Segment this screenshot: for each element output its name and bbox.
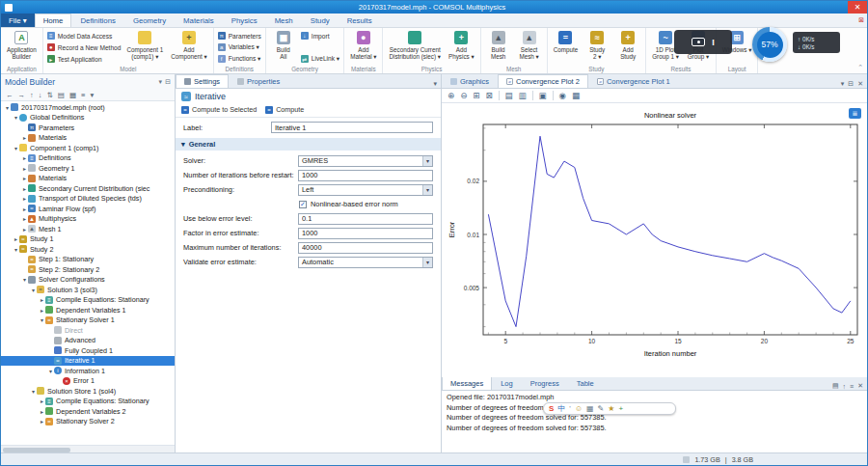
- input-number-of-iterations-before-restart[interactable]: [298, 170, 433, 181]
- collapse-icon[interactable]: ▾: [13, 114, 19, 121]
- tree-item-study-2[interactable]: ▾≈Study 2: [1, 244, 175, 255]
- graphics-tool-icon[interactable]: ⊠: [485, 91, 492, 100]
- input-use-below-error-level[interactable]: [298, 213, 433, 225]
- messages-tool-icon[interactable]: ≡: [850, 383, 854, 390]
- tree-toolbar-icon[interactable]: ▤: [58, 91, 65, 99]
- ime-icon[interactable]: S: [549, 403, 554, 414]
- input-factor-in-error-estimate[interactable]: [298, 228, 433, 239]
- panel-control-icon[interactable]: ✕: [857, 80, 863, 88]
- screen-recorder-overlay[interactable]: I: [674, 30, 732, 54]
- collapse-icon[interactable]: ▾: [30, 388, 37, 395]
- tree-item-20170317model-mph-root[interactable]: ▾20170317model.mph (root): [1, 102, 175, 113]
- ime-icon[interactable]: ★: [608, 403, 614, 414]
- graphics-tool-icon[interactable]: ▤: [505, 91, 513, 100]
- tab-graphics[interactable]: Graphics: [442, 74, 498, 88]
- ribbon-item-secondary-current-distribution-siec[interactable]: Secondary Current Distribution (siec) ▾: [387, 30, 443, 61]
- expand-icon[interactable]: ▸: [21, 134, 28, 141]
- tree-item-mesh-1[interactable]: ▸▲Mesh 1: [1, 224, 175, 234]
- compute-button[interactable]: = Compute: [265, 105, 304, 114]
- tree-item-component-1-comp1[interactable]: ▾Component 1 (comp1): [1, 143, 175, 153]
- ribbon-tab-geometry[interactable]: Geometry: [124, 14, 175, 27]
- ribbon-tab-results[interactable]: Results: [339, 14, 381, 27]
- tree-toolbar-icon[interactable]: ↓: [39, 91, 42, 99]
- tree-item-transport-of-diluted-species-tds[interactable]: ▸Transport of Diluted Species (tds): [1, 194, 175, 205]
- tab-messages[interactable]: Messages: [442, 376, 492, 390]
- tree-item-direct[interactable]: Direct: [1, 325, 175, 336]
- collapse-ribbon-icon[interactable]: ⌃: [857, 64, 863, 71]
- expand-icon[interactable]: ▸: [21, 215, 28, 222]
- collapse-icon[interactable]: ▾: [13, 145, 19, 151]
- ribbon-tab-study[interactable]: Study: [302, 14, 339, 27]
- expand-icon[interactable]: ▸: [13, 235, 19, 242]
- graphics-tool-icon[interactable]: ⊕: [448, 91, 454, 100]
- scrollbar-thumb[interactable]: [3, 448, 70, 452]
- messages-tool-icon[interactable]: ✕: [857, 382, 863, 390]
- collapse-icon[interactable]: ▾: [47, 368, 54, 374]
- collapse-icon[interactable]: ▾: [21, 276, 28, 283]
- tree-item-study-1[interactable]: ▸≈Study 1: [1, 234, 175, 245]
- compute-to-selected-button[interactable]: = Compute to Selected: [181, 105, 257, 114]
- tree-item-solution-3-sol3[interactable]: ▾=Solution 3 (sol3): [1, 285, 175, 295]
- tab-progress[interactable]: Progress: [522, 376, 568, 390]
- messages-tool-icon[interactable]: ↑: [843, 383, 847, 390]
- tree-item-stationary-solver-2[interactable]: ▸=Stationary Solver 2: [1, 417, 175, 427]
- expand-icon[interactable]: ▸: [21, 175, 28, 181]
- tab-settings[interactable]: Settings: [176, 74, 229, 88]
- combo-solver[interactable]: GMRES▾: [298, 155, 433, 167]
- collapse-icon[interactable]: ▾: [30, 287, 37, 293]
- ribbon-tab-mesh[interactable]: Mesh: [266, 14, 302, 27]
- tree-item-definitions[interactable]: ▸≡Definitions: [1, 153, 175, 164]
- expand-icon[interactable]: ▸: [39, 296, 45, 303]
- tree-item-multiphysics[interactable]: ▸▲Multiphysics: [1, 214, 175, 225]
- ribbon-item-select-mesh[interactable]: ▲Select Mesh ▾: [516, 30, 543, 61]
- graphics-tool-icon[interactable]: ▥: [519, 91, 527, 100]
- expand-icon[interactable]: ▸: [39, 307, 45, 314]
- general-section-header[interactable]: ▾ General: [176, 138, 441, 151]
- ribbon-tab-home[interactable]: Home: [35, 14, 72, 27]
- messages-tool-icon[interactable]: ▤: [832, 382, 839, 390]
- ime-icon[interactable]: +: [618, 403, 623, 414]
- graphics-tool-icon[interactable]: ▦: [572, 91, 580, 100]
- ime-icon[interactable]: ▦: [586, 403, 594, 414]
- ribbon-item-add-material[interactable]: ●Add Material ▾: [348, 30, 378, 61]
- graphics-tool-icon[interactable]: ⊖: [460, 91, 467, 100]
- input-maximum-number-of-iterations[interactable]: [298, 242, 433, 254]
- ime-icon[interactable]: ☺: [575, 403, 583, 414]
- panel-menu-icon[interactable]: ▾: [433, 80, 437, 88]
- tree-item-global-definitions[interactable]: ▾Global Definitions: [1, 113, 175, 123]
- ribbon-item-parameters[interactable]: πParameters: [218, 31, 261, 41]
- tree-toolbar-icon[interactable]: ▾: [90, 91, 94, 99]
- panel-menu-icon[interactable]: ▾: [159, 78, 163, 86]
- tree-toolbar-icon[interactable]: ←: [6, 91, 14, 99]
- tree-item-compile-equations-stationary[interactable]: ▸≡Compile Equations: Stationary: [1, 295, 175, 306]
- tree-toolbar-icon[interactable]: ⇅: [47, 91, 53, 99]
- tree-item-fully-coupled-1[interactable]: Fully Coupled 1: [1, 345, 175, 356]
- tree-item-advanced[interactable]: Advanced: [1, 336, 175, 346]
- horizontal-scrollbar[interactable]: [1, 445, 175, 452]
- tree-item-parameters[interactable]: πParameters: [1, 123, 175, 133]
- collapse-icon[interactable]: ▾: [39, 316, 45, 323]
- expand-icon[interactable]: ▸: [39, 408, 45, 415]
- tree-item-solution-store-1-sol4[interactable]: ▾Solution Store 1 (sol4): [1, 386, 175, 397]
- ribbon-item-model-data-access[interactable]: ≡Model Data Access: [47, 31, 122, 41]
- combo-preconditioning[interactable]: Left▾: [298, 184, 433, 196]
- graphics-tool-icon[interactable]: ▣: [539, 91, 547, 100]
- tree-item-materials[interactable]: ▸Materials: [1, 174, 175, 184]
- tab-convergence-plot-2[interactable]: ≈Convergence Plot 2: [498, 74, 588, 88]
- ime-icon[interactable]: 中: [557, 403, 565, 414]
- checkbox-nonlinear-based-error-norm[interactable]: ✓: [299, 201, 307, 208]
- panel-control-icon[interactable]: ⊟: [848, 80, 854, 88]
- ribbon-item-livelink[interactable]: ⇄LiveLink ▾: [301, 54, 339, 64]
- tree-item-stationary-solver-1[interactable]: ▾=Stationary Solver 1: [1, 315, 175, 326]
- ribbon-tab-materials[interactable]: Materials: [175, 14, 223, 27]
- ribbon-item-application-builder[interactable]: AApplication Builder: [5, 30, 39, 61]
- tree-toolbar-icon[interactable]: ▦: [69, 91, 76, 99]
- graphics-tool-icon[interactable]: ◉: [559, 91, 566, 100]
- expand-icon[interactable]: ▸: [21, 185, 28, 192]
- tree-item-materials[interactable]: ▸Materials: [1, 133, 175, 144]
- ribbon-tab-definitions[interactable]: Definitions: [71, 14, 123, 27]
- ribbon-item-build-all[interactable]: ▦Build All: [270, 30, 297, 61]
- tab-properties[interactable]: Properties: [229, 74, 288, 88]
- ribbon-item-test-application[interactable]: ▸Test Application: [47, 54, 122, 64]
- tree-toolbar-icon[interactable]: ≡: [81, 91, 85, 99]
